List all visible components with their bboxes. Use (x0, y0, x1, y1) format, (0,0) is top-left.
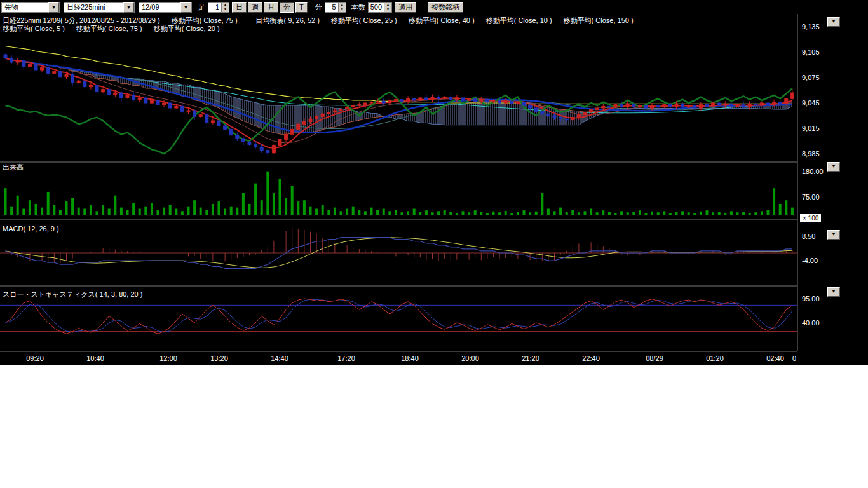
time-axis-label: 02:40 (766, 355, 784, 362)
indicator-legend: 移動平均( Close, 5 ) (3, 25, 65, 32)
time-axis-label: 08/29 (646, 355, 663, 362)
chevron-down-icon[interactable]: ▼ (123, 2, 134, 13)
instrument-type-select[interactable]: 先物 ▼ (1, 2, 60, 13)
spinner-buttons[interactable]: ▲ ▼ (338, 3, 346, 12)
stoch-panel-menu-button[interactable]: ▼ (827, 287, 840, 297)
interval-stepper[interactable]: 1 ▲ ▼ (208, 2, 229, 13)
volume-multiplier-badge: × 100 (799, 214, 822, 223)
time-axis-label: 18:40 (401, 355, 419, 362)
indicator-legend: 移動平均( Close, 20 ) (154, 25, 220, 32)
indicator-legend: 一目均衡表( 9, 26, 52 ) (249, 17, 320, 24)
price-axis-tick: 9,075 (802, 74, 820, 81)
symbol-select[interactable]: 日経225mini ▼ (64, 2, 135, 13)
spinner-buttons[interactable]: ▲ ▼ (221, 3, 229, 12)
timeframe-minute-button[interactable]: 分 (280, 2, 294, 13)
indicator-legend: 移動平均( Close, 10 ) (486, 17, 552, 24)
macd-panel-menu-button[interactable]: ▼ (827, 230, 840, 240)
macd-axis-tick: -4.00 (802, 257, 818, 264)
macd-axis-tick: 8.50 (802, 233, 815, 240)
volume-panel-label: 出来高 (3, 163, 24, 172)
timeframe-day-button[interactable]: 日 (232, 2, 247, 13)
symbol-value: 日経225mini (64, 3, 123, 12)
time-axis-label: 01:20 (706, 355, 724, 362)
stoch-axis-tick: 40.00 (802, 319, 820, 327)
chart-plot[interactable] (0, 14, 868, 365)
time-axis-label: 09:20 (26, 355, 44, 362)
time-axis-label: 17:20 (337, 355, 355, 362)
apply-button[interactable]: 適用 (395, 2, 416, 13)
time-axis-label: 14:40 (271, 355, 288, 362)
instrument-type-value: 先物 (2, 3, 48, 12)
volume-panel-menu-button[interactable]: ▼ (827, 162, 840, 172)
indicator-legend: 移動平均( Close, 40 ) (409, 17, 475, 24)
time-axis-label: 0 (792, 355, 796, 362)
chevron-down-icon[interactable]: ▼ (180, 2, 191, 13)
time-axis-label: 20:00 (461, 355, 479, 362)
timeframe-week-button[interactable]: 週 (248, 2, 262, 13)
volume-axis-tick: 180.00 (802, 168, 824, 175)
time-axis-label: 10:40 (86, 355, 104, 362)
time-axis-label: 13:20 (210, 355, 228, 362)
time-axis-label: 21:20 (522, 355, 539, 362)
macd-panel-label: MACD( 12, 26, 9 ) (3, 225, 59, 233)
spin-down-icon[interactable]: ▼ (222, 7, 229, 11)
time-axis-label: 12:00 (159, 355, 177, 362)
indicator-legend-row-2: 移動平均( Close, 5 )移動平均( Close, 75 )移動平均( C… (3, 24, 231, 34)
volume-axis-tick: 75.00 (802, 193, 820, 201)
multi-symbol-button[interactable]: 複数銘柄 (428, 2, 463, 13)
time-axis-label: 22:40 (582, 355, 600, 362)
chevron-down-icon[interactable]: ▼ (48, 2, 59, 13)
timeframe-tick-button[interactable]: T (295, 2, 308, 13)
indicator-legend: 移動平均( Close, 150 ) (564, 17, 634, 24)
minutes-stepper[interactable]: 5 ▲ ▼ (325, 2, 346, 13)
bar-count-value: 500 (369, 3, 384, 11)
top-toolbar: 先物 ▼ 日経225mini ▼ 12/09 ▼ 足 1 ▲ ▼ 日 週 月 分… (0, 0, 868, 14)
price-axis-tick: 8,985 (802, 150, 820, 158)
indicator-legend: 移動平均( Close, 25 ) (331, 17, 397, 24)
stoch-panel-label: スロー・ストキャスティクス( 14, 3, 80, 20 ) (3, 290, 142, 299)
price-axis-tick: 9,135 (802, 23, 820, 30)
spinner-buttons[interactable]: ▲ ▼ (384, 3, 391, 12)
bar-count-stepper[interactable]: 500 ▲ ▼ (368, 2, 392, 13)
spin-up-icon[interactable]: ▲ (339, 3, 346, 7)
indicator-legend: 日経225mini 12/09( 5分, 2012/08/25 - 2012/0… (3, 17, 160, 24)
spin-up-icon[interactable]: ▲ (222, 3, 229, 7)
bar-type-label: 足 (198, 3, 205, 12)
contract-month-value: 12/09 (139, 3, 180, 11)
timeframe-month-button[interactable]: 月 (264, 2, 278, 13)
minutes-value: 5 (325, 3, 338, 11)
minutes-label: 分 (315, 3, 322, 12)
chart-canvas[interactable]: 日経225mini 12/09( 5分, 2012/08/25 - 2012/0… (0, 14, 868, 365)
price-axis-tick: 9,045 (802, 99, 820, 107)
contract-month-select[interactable]: 12/09 ▼ (139, 2, 192, 13)
spin-up-icon[interactable]: ▲ (384, 3, 391, 7)
price-axis-tick: 9,105 (802, 48, 820, 56)
interval-value: 1 (208, 3, 221, 11)
stoch-axis-tick: 95.00 (802, 295, 820, 302)
bar-count-label: 本数 (351, 3, 365, 12)
price-axis-tick: 9,015 (802, 125, 820, 132)
price-panel-menu-button[interactable]: ▼ (827, 17, 840, 27)
indicator-legend: 移動平均( Close, 75 ) (76, 25, 142, 32)
indicator-legend: 移動平均( Close, 75 ) (172, 17, 238, 24)
spin-down-icon[interactable]: ▼ (339, 7, 346, 11)
spin-down-icon[interactable]: ▼ (384, 7, 391, 11)
